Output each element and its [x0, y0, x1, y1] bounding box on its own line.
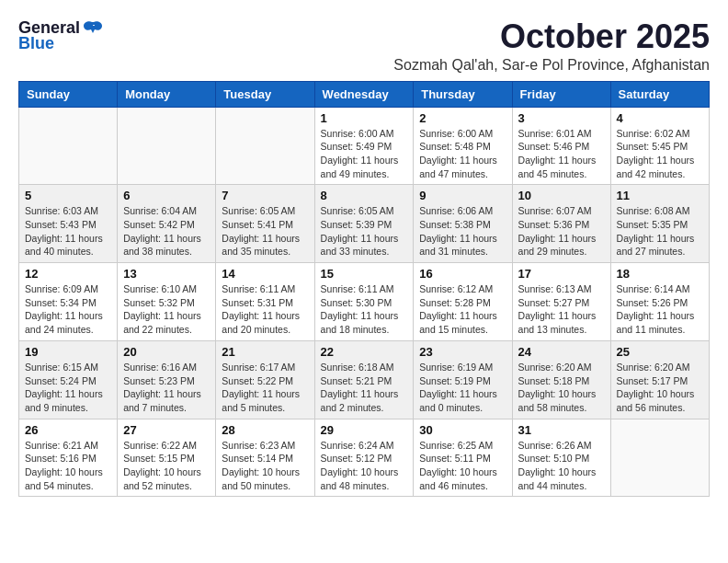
- day-number: 9: [419, 189, 506, 202]
- day-number: 27: [123, 423, 210, 437]
- logo-bird-icon: [84, 20, 104, 37]
- location-subtitle: Sozmah Qal'ah, Sar-e Pol Province, Afgha…: [104, 57, 710, 74]
- day-number: 8: [321, 189, 408, 202]
- day-info: Sunrise: 6:13 AM Sunset: 5:27 PM Dayligh…: [518, 282, 605, 337]
- day-number: 16: [419, 267, 506, 281]
- day-info: Sunrise: 6:05 AM Sunset: 5:41 PM Dayligh…: [222, 204, 308, 259]
- calendar-body: 1Sunrise: 6:00 AM Sunset: 5:49 PM Daylig…: [19, 107, 710, 497]
- calendar-cell: 5Sunrise: 6:03 AM Sunset: 5:43 PM Daylig…: [19, 185, 118, 263]
- day-number: 11: [617, 189, 703, 202]
- day-number: 12: [25, 267, 111, 281]
- calendar-cell: [610, 419, 709, 497]
- day-info: Sunrise: 6:21 AM Sunset: 5:16 PM Dayligh…: [25, 439, 111, 493]
- day-info: Sunrise: 6:24 AM Sunset: 5:12 PM Dayligh…: [321, 439, 408, 493]
- day-number: 22: [321, 345, 408, 359]
- day-info: Sunrise: 6:00 AM Sunset: 5:49 PM Dayligh…: [321, 127, 408, 181]
- day-number: 5: [25, 189, 111, 202]
- calendar-cell: 31Sunrise: 6:26 AM Sunset: 5:10 PM Dayli…: [512, 419, 610, 497]
- day-info: Sunrise: 6:12 AM Sunset: 5:28 PM Dayligh…: [419, 282, 506, 337]
- day-number: 28: [222, 423, 308, 437]
- calendar-cell: 21Sunrise: 6:17 AM Sunset: 5:22 PM Dayli…: [216, 340, 314, 419]
- day-number: 21: [222, 345, 308, 359]
- calendar-cell: [19, 107, 118, 185]
- day-number: 19: [25, 345, 111, 359]
- day-number: 4: [617, 111, 703, 125]
- calendar-cell: 3Sunrise: 6:01 AM Sunset: 5:46 PM Daylig…: [512, 107, 610, 185]
- title-section: October 2025 Sozmah Qal'ah, Sar-e Pol Pr…: [104, 18, 710, 74]
- calendar-cell: 14Sunrise: 6:11 AM Sunset: 5:31 PM Dayli…: [216, 263, 314, 341]
- calendar-cell: 22Sunrise: 6:18 AM Sunset: 5:21 PM Dayli…: [314, 340, 414, 419]
- day-info: Sunrise: 6:15 AM Sunset: 5:24 PM Dayligh…: [25, 361, 111, 415]
- month-title: October 2025: [104, 18, 710, 55]
- day-info: Sunrise: 6:00 AM Sunset: 5:48 PM Dayligh…: [419, 127, 506, 181]
- day-info: Sunrise: 6:26 AM Sunset: 5:10 PM Dayligh…: [518, 439, 605, 493]
- day-info: Sunrise: 6:11 AM Sunset: 5:31 PM Dayligh…: [222, 282, 308, 337]
- day-number: 15: [321, 267, 408, 281]
- calendar-cell: 12Sunrise: 6:09 AM Sunset: 5:34 PM Dayli…: [19, 263, 118, 341]
- day-info: Sunrise: 6:09 AM Sunset: 5:34 PM Dayligh…: [25, 282, 111, 337]
- calendar-cell: 17Sunrise: 6:13 AM Sunset: 5:27 PM Dayli…: [512, 263, 610, 341]
- calendar-cell: 30Sunrise: 6:25 AM Sunset: 5:11 PM Dayli…: [414, 419, 512, 497]
- calendar-cell: 6Sunrise: 6:04 AM Sunset: 5:42 PM Daylig…: [118, 185, 216, 263]
- calendar-cell: 10Sunrise: 6:07 AM Sunset: 5:36 PM Dayli…: [512, 185, 610, 263]
- logo-blue-text: Blue: [18, 34, 54, 53]
- day-number: 7: [222, 189, 308, 202]
- day-info: Sunrise: 6:05 AM Sunset: 5:39 PM Dayligh…: [321, 204, 408, 259]
- day-number: 2: [419, 111, 506, 125]
- day-number: 20: [123, 345, 210, 359]
- calendar-header: SundayMondayTuesdayWednesdayThursdayFrid…: [19, 81, 710, 107]
- day-number: 6: [123, 189, 210, 202]
- day-number: 1: [321, 111, 408, 125]
- weekday-header-monday: Monday: [118, 81, 216, 107]
- weekday-header-saturday: Saturday: [610, 81, 709, 107]
- weekday-header-row: SundayMondayTuesdayWednesdayThursdayFrid…: [19, 81, 710, 107]
- day-info: Sunrise: 6:14 AM Sunset: 5:26 PM Dayligh…: [617, 282, 703, 337]
- day-info: Sunrise: 6:25 AM Sunset: 5:11 PM Dayligh…: [419, 439, 506, 493]
- calendar-cell: 16Sunrise: 6:12 AM Sunset: 5:28 PM Dayli…: [414, 263, 512, 341]
- day-number: 24: [518, 345, 605, 359]
- calendar-cell: [216, 107, 314, 185]
- calendar-cell: 23Sunrise: 6:19 AM Sunset: 5:19 PM Dayli…: [414, 340, 512, 419]
- day-info: Sunrise: 6:03 AM Sunset: 5:43 PM Dayligh…: [25, 204, 111, 259]
- day-info: Sunrise: 6:04 AM Sunset: 5:42 PM Dayligh…: [123, 204, 210, 259]
- weekday-header-thursday: Thursday: [414, 81, 512, 107]
- day-info: Sunrise: 6:19 AM Sunset: 5:19 PM Dayligh…: [419, 361, 506, 415]
- calendar-cell: 19Sunrise: 6:15 AM Sunset: 5:24 PM Dayli…: [19, 340, 118, 419]
- calendar-cell: 1Sunrise: 6:00 AM Sunset: 5:49 PM Daylig…: [314, 107, 414, 185]
- day-number: 23: [419, 345, 506, 359]
- calendar-week-1: 1Sunrise: 6:00 AM Sunset: 5:49 PM Daylig…: [19, 107, 710, 185]
- day-info: Sunrise: 6:16 AM Sunset: 5:23 PM Dayligh…: [123, 361, 210, 415]
- day-info: Sunrise: 6:10 AM Sunset: 5:32 PM Dayligh…: [123, 282, 210, 337]
- calendar-cell: 13Sunrise: 6:10 AM Sunset: 5:32 PM Dayli…: [118, 263, 216, 341]
- day-info: Sunrise: 6:22 AM Sunset: 5:15 PM Dayligh…: [123, 439, 210, 493]
- day-info: Sunrise: 6:18 AM Sunset: 5:21 PM Dayligh…: [321, 361, 408, 415]
- day-info: Sunrise: 6:08 AM Sunset: 5:35 PM Dayligh…: [617, 204, 703, 259]
- calendar-cell: 8Sunrise: 6:05 AM Sunset: 5:39 PM Daylig…: [314, 185, 414, 263]
- calendar-cell: 20Sunrise: 6:16 AM Sunset: 5:23 PM Dayli…: [118, 340, 216, 419]
- calendar-table: SundayMondayTuesdayWednesdayThursdayFrid…: [18, 81, 710, 498]
- calendar-cell: 4Sunrise: 6:02 AM Sunset: 5:45 PM Daylig…: [610, 107, 709, 185]
- day-number: 3: [518, 111, 605, 125]
- day-info: Sunrise: 6:11 AM Sunset: 5:30 PM Dayligh…: [321, 282, 408, 337]
- calendar-cell: 15Sunrise: 6:11 AM Sunset: 5:30 PM Dayli…: [314, 263, 414, 341]
- weekday-header-sunday: Sunday: [19, 81, 118, 107]
- calendar-cell: 11Sunrise: 6:08 AM Sunset: 5:35 PM Dayli…: [610, 185, 709, 263]
- calendar-cell: 29Sunrise: 6:24 AM Sunset: 5:12 PM Dayli…: [314, 419, 414, 497]
- day-info: Sunrise: 6:17 AM Sunset: 5:22 PM Dayligh…: [222, 361, 308, 415]
- calendar-cell: 18Sunrise: 6:14 AM Sunset: 5:26 PM Dayli…: [610, 263, 709, 341]
- calendar-cell: 2Sunrise: 6:00 AM Sunset: 5:48 PM Daylig…: [414, 107, 512, 185]
- weekday-header-tuesday: Tuesday: [216, 81, 314, 107]
- calendar-week-4: 19Sunrise: 6:15 AM Sunset: 5:24 PM Dayli…: [19, 340, 710, 419]
- calendar-cell: 26Sunrise: 6:21 AM Sunset: 5:16 PM Dayli…: [19, 419, 118, 497]
- day-info: Sunrise: 6:20 AM Sunset: 5:17 PM Dayligh…: [617, 361, 703, 415]
- calendar-cell: 28Sunrise: 6:23 AM Sunset: 5:14 PM Dayli…: [216, 419, 314, 497]
- day-info: Sunrise: 6:06 AM Sunset: 5:38 PM Dayligh…: [419, 204, 506, 259]
- calendar-cell: [118, 107, 216, 185]
- weekday-header-friday: Friday: [512, 81, 610, 107]
- day-info: Sunrise: 6:01 AM Sunset: 5:46 PM Dayligh…: [518, 127, 605, 181]
- day-number: 14: [222, 267, 308, 281]
- day-number: 10: [518, 189, 605, 202]
- calendar-cell: 24Sunrise: 6:20 AM Sunset: 5:18 PM Dayli…: [512, 340, 610, 419]
- calendar-cell: 27Sunrise: 6:22 AM Sunset: 5:15 PM Dayli…: [118, 419, 216, 497]
- logo: General Blue: [18, 18, 104, 53]
